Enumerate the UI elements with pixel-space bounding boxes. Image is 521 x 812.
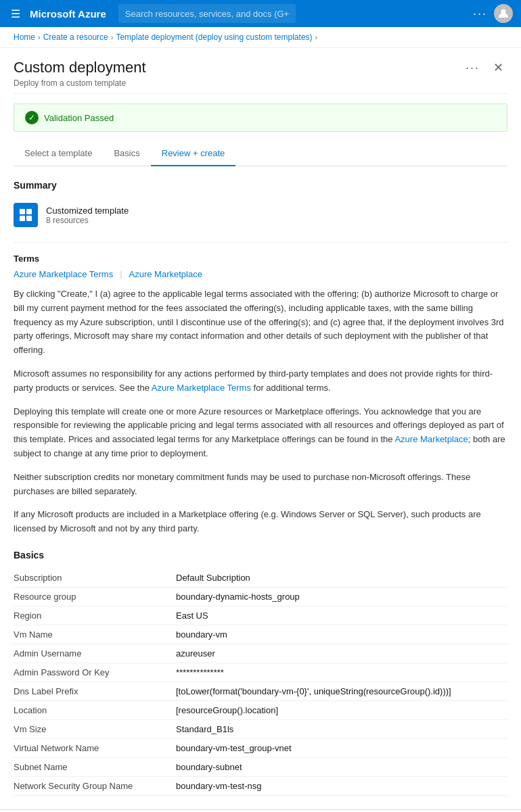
basics-value: Standard_B1ls	[176, 719, 507, 738]
basics-value: East US	[176, 606, 507, 625]
close-button[interactable]: ✕	[489, 59, 507, 76]
terms-paragraph-5: If any Microsoft products are included i…	[14, 508, 507, 536]
main-content: Custom deployment Deploy from a custom t…	[0, 48, 521, 809]
basics-header: Basics	[14, 550, 507, 560]
basics-value: boundary-vm-test-nsg	[176, 776, 507, 795]
breadcrumb-template-deployment[interactable]: Template deployment (deploy using custom…	[116, 32, 312, 42]
separator-1	[14, 242, 507, 243]
terms-p3-link-marketplace[interactable]: Marketplace	[420, 434, 468, 444]
basics-label: Resource group	[14, 587, 176, 606]
terms-link-divider: |	[120, 269, 122, 279]
page-header: Custom deployment Deploy from a custom t…	[14, 48, 507, 94]
terms-paragraph-3: Deploying this template will create one …	[14, 405, 507, 461]
user-avatar[interactable]	[494, 4, 513, 23]
basics-label: Admin Username	[14, 644, 176, 663]
basics-row: Admin Username azureuser	[14, 644, 507, 663]
breadcrumb-sep-3: ›	[315, 33, 318, 41]
basics-row: Location [resourceGroup().location]	[14, 700, 507, 719]
svg-rect-3	[20, 216, 25, 221]
azure-marketplace-link[interactable]: Azure Marketplace	[129, 269, 202, 279]
basics-table: Subscription Default Subcription Resourc…	[14, 569, 507, 796]
page-more-icon[interactable]: ···	[461, 59, 484, 76]
basics-value: [resourceGroup().location]	[176, 700, 507, 719]
basics-label: Location	[14, 700, 176, 719]
basics-row: Region East US	[14, 606, 507, 625]
terms-section: Terms Azure Marketplace Terms | Azure Ma…	[14, 254, 507, 536]
basics-label: Region	[14, 606, 176, 625]
basics-label: Vm Size	[14, 719, 176, 738]
validation-text: Validation Passed	[44, 113, 114, 123]
tab-review-create[interactable]: Review + create	[151, 141, 236, 166]
svg-rect-4	[26, 216, 32, 221]
terms-paragraph-2: Microsoft assumes no responsibility for …	[14, 367, 507, 396]
basics-label: Dns Label Prefix	[14, 682, 176, 700]
basics-row: Subscription Default Subcription	[14, 569, 507, 588]
tabs: Select a template Basics Review + create	[14, 141, 507, 166]
basics-label: Subnet Name	[14, 757, 176, 776]
breadcrumb-sep-1: ›	[38, 33, 41, 41]
basics-value: boundary-vm	[176, 625, 507, 644]
svg-rect-2	[26, 209, 32, 214]
svg-rect-1	[20, 209, 25, 214]
page-title: Custom deployment	[14, 59, 461, 76]
basics-row: Vm Name boundary-vm	[14, 625, 507, 644]
hamburger-menu-icon[interactable]: ☰	[8, 5, 23, 23]
basics-value: [toLower(format('boundary-vm-{0}', uniqu…	[176, 682, 507, 700]
topbar-more-icon[interactable]: ···	[473, 7, 487, 21]
basics-label: Virtual Network Name	[14, 738, 176, 757]
basics-row: Subnet Name boundary-subnet	[14, 757, 507, 776]
terms-p2-after: for additional terms.	[251, 383, 331, 393]
basics-label: Vm Name	[14, 625, 176, 644]
validation-check-icon: ✓	[25, 111, 39, 124]
basics-label: Network Security Group Name	[14, 776, 176, 795]
terms-p2-link[interactable]: Azure Marketplace Terms	[152, 383, 251, 393]
basics-value: boundary-dynamic-hosts_group	[176, 587, 507, 606]
summary-box: Customized template 8 resources	[14, 199, 507, 231]
breadcrumb-home[interactable]: Home	[14, 32, 35, 42]
breadcrumb-sep-2: ›	[111, 33, 114, 41]
basics-label: Subscription	[14, 569, 176, 588]
summary-text: Customized template 8 resources	[46, 206, 129, 225]
basics-row: Network Security Group Name boundary-vm-…	[14, 776, 507, 795]
basics-row: Virtual Network Name boundary-vm-test_gr…	[14, 738, 507, 757]
basics-value: boundary-subnet	[176, 757, 507, 776]
basics-value: boundary-vm-test_group-vnet	[176, 738, 507, 757]
terms-links: Azure Marketplace Terms | Azure Marketpl…	[14, 269, 507, 279]
basics-row: Resource group boundary-dynamic-hosts_gr…	[14, 587, 507, 606]
terms-p3-link-azure[interactable]: Azure	[394, 434, 417, 444]
search-input[interactable]	[118, 4, 296, 23]
basics-row: Admin Password Or Key **************	[14, 663, 507, 682]
summary-header: Summary	[14, 180, 507, 191]
breadcrumb-create-resource[interactable]: Create a resource	[43, 32, 108, 42]
page-subtitle: Deploy from a custom template	[14, 78, 461, 88]
tab-select-template[interactable]: Select a template	[14, 141, 103, 166]
basics-value: Default Subcription	[176, 569, 507, 588]
basics-row: Dns Label Prefix [toLower(format('bounda…	[14, 682, 507, 700]
azure-marketplace-terms-link[interactable]: Azure Marketplace Terms	[14, 269, 113, 279]
footer: Create < Previous Next	[0, 809, 521, 812]
basics-label: Admin Password Or Key	[14, 663, 176, 682]
terms-paragraph-4: Neither subscription credits nor monetar…	[14, 471, 507, 499]
azure-logo: Microsoft Azure	[30, 8, 106, 20]
summary-template-name: Customized template	[46, 206, 129, 216]
validation-banner: ✓ Validation Passed	[14, 103, 507, 132]
tab-basics[interactable]: Basics	[103, 141, 150, 166]
basics-row: Vm Size Standard_B1ls	[14, 719, 507, 738]
basics-value: **************	[176, 663, 507, 682]
summary-resources-count: 8 resources	[46, 216, 129, 225]
terms-paragraph-1: By clicking "Create," I (a) agree to the…	[14, 287, 507, 358]
terms-body: By clicking "Create," I (a) agree to the…	[14, 287, 507, 536]
basics-value: azureuser	[176, 644, 507, 663]
template-icon	[14, 203, 38, 227]
basics-section: Basics Subscription Default Subcription …	[14, 550, 507, 796]
terms-header: Terms	[14, 254, 507, 264]
breadcrumb: Home › Create a resource › Template depl…	[0, 27, 521, 48]
topbar: ☰ Microsoft Azure ···	[0, 0, 521, 27]
